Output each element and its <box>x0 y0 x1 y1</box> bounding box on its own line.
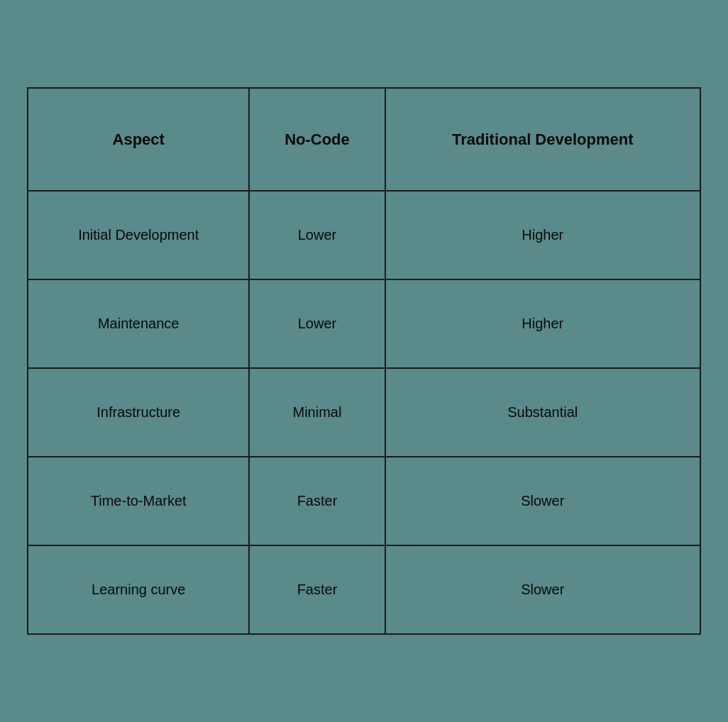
cell-nocode-2: Minimal <box>249 368 385 457</box>
table-row: Infrastructure Minimal Substantial <box>28 368 700 457</box>
cell-traditional-1: Higher <box>385 279 700 368</box>
table-container: Aspect No-Code Traditional Development I… <box>13 73 715 649</box>
cell-nocode-1: Lower <box>249 279 385 368</box>
cell-traditional-3: Slower <box>385 457 700 545</box>
header-aspect: Aspect <box>28 88 249 191</box>
cell-traditional-0: Higher <box>385 191 700 279</box>
header-traditional: Traditional Development <box>385 88 700 191</box>
cell-nocode-0: Lower <box>249 191 385 279</box>
table-row: Maintenance Lower Higher <box>28 279 700 368</box>
cell-aspect-3: Time-to-Market <box>28 457 249 545</box>
table-row: Initial Development Lower Higher <box>28 191 700 279</box>
cell-aspect-1: Maintenance <box>28 279 249 368</box>
comparison-table: Aspect No-Code Traditional Development I… <box>27 87 701 635</box>
table-row: Learning curve Faster Slower <box>28 545 700 634</box>
cell-nocode-3: Faster <box>249 457 385 545</box>
cell-aspect-2: Infrastructure <box>28 368 249 457</box>
table-row: Time-to-Market Faster Slower <box>28 457 700 545</box>
cell-aspect-0: Initial Development <box>28 191 249 279</box>
cell-traditional-2: Substantial <box>385 368 700 457</box>
cell-aspect-4: Learning curve <box>28 545 249 634</box>
header-nocode: No-Code <box>249 88 385 191</box>
cell-traditional-4: Slower <box>385 545 700 634</box>
cell-nocode-4: Faster <box>249 545 385 634</box>
